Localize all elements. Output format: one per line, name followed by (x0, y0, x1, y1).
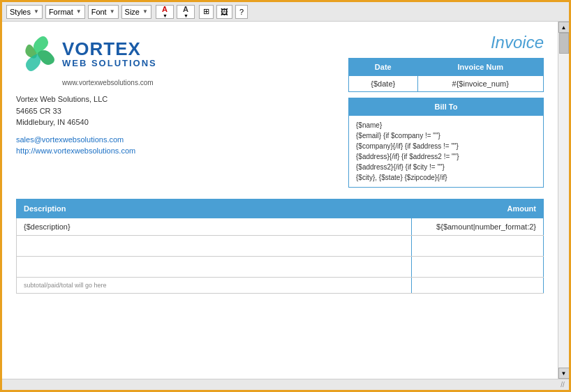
highlight-arrow: ▼ (184, 13, 188, 18)
date-invoice-row: {$date} #{$invoice_num} (349, 76, 544, 92)
invoice-num-header: Invoice Num (417, 59, 543, 76)
footer-note: subtotal/paid/total will go here (17, 278, 412, 294)
app-window: Styles ▼ Format ▼ Font ▼ Size ▼ A ▼ (0, 0, 571, 392)
scroll-thumb[interactable] (559, 33, 569, 54)
invoice-top-section: VORTEX WEB SOLUTIONS www.vortexwebsoluti… (16, 33, 544, 188)
amount-cell: ${$amount|number_format:2} (412, 218, 544, 236)
font-color-letter: A (162, 6, 168, 13)
logo-text: VORTEX WEB SOLUTIONS (62, 40, 157, 68)
font-color-arrow: ▼ (163, 13, 168, 18)
web-solutions-tagline: WEB SOLUTIONS (62, 58, 157, 68)
bill-to-email: {$email} {if $company != ""} (356, 130, 536, 141)
date-invoice-table: Date Invoice Num {$date} #{$invoice_num} (348, 58, 544, 92)
highlight-letter: A (183, 6, 188, 13)
company-website-link: http://www.vortexwebsolutions.com (16, 145, 157, 157)
toolbar-insert-group: ⊞ 🖼 ? (199, 5, 248, 19)
help-icon: ? (239, 8, 244, 16)
help-button[interactable]: ? (235, 5, 248, 19)
line-items-header-row: Description Amount (17, 199, 544, 218)
styles-dropdown[interactable]: Styles ▼ (6, 5, 43, 19)
scroll-up-button[interactable]: ▲ (558, 22, 570, 33)
bill-to-name: {$name} (356, 120, 536, 130)
toolbar-color-group: A ▼ A ▼ (156, 5, 195, 19)
format-dropdown[interactable]: Format ▼ (45, 5, 85, 19)
vortex-brand-name: VORTEX (62, 40, 157, 58)
company-contact: sales@vortexwebsolutions.com http://www.… (16, 134, 157, 157)
scroll-down-button[interactable]: ▼ (558, 368, 570, 379)
status-bar: // (2, 379, 569, 390)
company-info: Vortex Web Solutions, LLC 54665 CR 33 Mi… (16, 93, 157, 128)
scroll-down-icon: ▼ (561, 370, 567, 377)
font-dropdown[interactable]: Font ▼ (88, 5, 119, 19)
toolbar-group-1: Styles ▼ Format ▼ Font ▼ Size ▼ (6, 5, 151, 19)
bill-to-address2: {$address2}{/if} {if $city != ""} (356, 162, 536, 172)
scrollbar: ▲ ▼ (558, 22, 569, 379)
insert-image-icon: 🖼 (221, 8, 228, 16)
document-content: VORTEX WEB SOLUTIONS www.vortexwebsoluti… (2, 22, 558, 379)
size-dropdown[interactable]: Size ▼ (121, 5, 151, 19)
website-url: www.vortexwebsolutions.com (62, 79, 157, 86)
bill-to-city: {$city}, {$state} {$zipcode}{/if} (356, 172, 536, 183)
empty-row-1 (17, 236, 544, 257)
date-header: Date (349, 59, 418, 76)
empty-amount-1 (412, 236, 544, 257)
logo-section: VORTEX WEB SOLUTIONS www.vortexwebsoluti… (16, 33, 157, 188)
amount-header: Amount (412, 199, 544, 218)
toolbar-1: Styles ▼ Format ▼ Font ▼ Size ▼ A ▼ (2, 2, 569, 22)
line-item-row-1: {$description} ${$amount|number_format:2… (17, 218, 544, 236)
resize-handle[interactable]: // (558, 380, 568, 390)
highlight-button[interactable]: A ▼ (177, 5, 195, 19)
insert-table-icon: ⊞ (203, 7, 209, 16)
company-name: Vortex Web Solutions, LLC (16, 93, 157, 105)
bill-to-company: {$company}{/if} {if $address != ""} (356, 141, 536, 151)
resize-icon: // (561, 381, 565, 389)
empty-desc-1 (17, 236, 412, 257)
format-label: Format (49, 8, 73, 16)
font-color-button[interactable]: A ▼ (156, 5, 174, 19)
format-arrow: ▼ (76, 8, 82, 15)
date-value: {$date} (349, 76, 418, 92)
company-city: Middlebury, IN 46540 (16, 116, 157, 128)
empty-row-2 (17, 257, 544, 278)
line-items-table: Description Amount {$description} ${$amo… (16, 199, 544, 294)
insert-table-button[interactable]: ⊞ (199, 5, 214, 19)
invoice-title: Invoice (491, 33, 544, 52)
size-label: Size (125, 8, 140, 16)
empty-amount-2 (412, 257, 544, 278)
insert-image-button[interactable]: 🖼 (216, 5, 232, 19)
main-area: VORTEX WEB SOLUTIONS www.vortexwebsoluti… (2, 22, 569, 379)
font-label: Font (91, 8, 107, 16)
styles-arrow: ▼ (34, 8, 39, 15)
empty-desc-2 (17, 257, 412, 278)
footer-amount (412, 278, 544, 294)
bill-to-content: {$name} {$email} {if $company != ""} {$c… (349, 116, 544, 188)
logo-container: VORTEX WEB SOLUTIONS (16, 33, 157, 75)
scroll-up-icon: ▲ (561, 24, 567, 31)
invoice-num-value: #{$invoice_num} (417, 76, 543, 92)
description-header: Description (17, 199, 412, 218)
description-cell: {$description} (17, 218, 412, 236)
bill-to-header: Bill To (349, 98, 544, 116)
font-arrow: ▼ (110, 8, 115, 15)
bill-to-address: {$address}{/if} {if $address2 != ""} (356, 151, 536, 162)
styles-label: Styles (10, 8, 31, 16)
company-email: sales@vortexwebsolutions.com (16, 134, 157, 146)
invoice-right-section: Invoice Date Invoice Num {$date} (348, 33, 544, 188)
scroll-track[interactable] (559, 33, 569, 368)
vortex-logo-icon (16, 33, 58, 75)
company-street: 54665 CR 33 (16, 105, 157, 117)
bill-to-row: {$name} {$email} {if $company != ""} {$c… (349, 116, 544, 188)
bill-to-table: Bill To {$name} {$email} {if $company !=… (348, 98, 544, 188)
size-arrow: ▼ (142, 8, 148, 15)
footer-row: subtotal/paid/total will go here (17, 278, 544, 294)
